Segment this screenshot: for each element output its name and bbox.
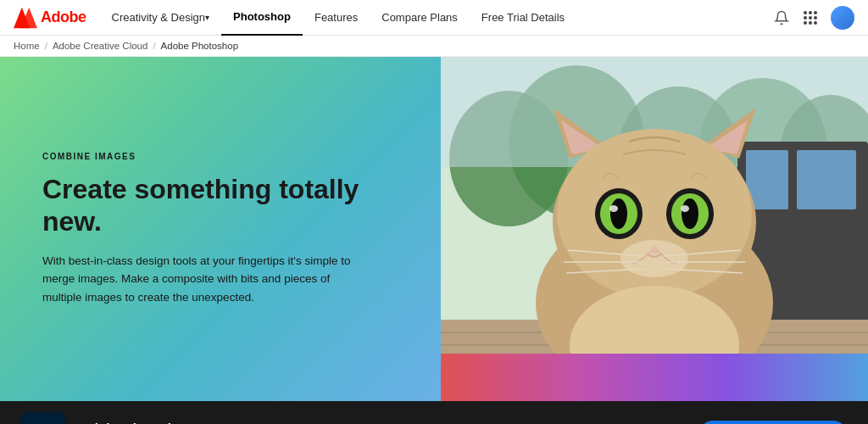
hero-description: With best-in-class design tools at your … bbox=[42, 252, 364, 307]
bottom-bar: Ps Adobe Photoshop Create gorgeous image… bbox=[0, 401, 868, 424]
breadcrumb-creative-cloud[interactable]: Adobe Creative Cloud bbox=[53, 41, 148, 51]
bottom-info: Adobe Photoshop Create gorgeous images, … bbox=[81, 421, 683, 425]
breadcrumb-home[interactable]: Home bbox=[14, 41, 40, 51]
hero-section: COMBINE IMAGES Create something totally … bbox=[0, 57, 868, 401]
bottom-product-title: Adobe Photoshop bbox=[81, 421, 683, 425]
cta-button[interactable]: Get Photoshop (beta) bbox=[698, 421, 848, 425]
adobe-logo-icon bbox=[14, 6, 37, 30]
adobe-wordmark: Adobe bbox=[41, 8, 86, 26]
hero-image bbox=[441, 57, 868, 401]
svg-rect-11 bbox=[797, 150, 856, 209]
nav-link-creativity[interactable]: Creativity & Design bbox=[100, 0, 222, 36]
user-avatar[interactable] bbox=[831, 6, 854, 30]
cat-illustration bbox=[441, 57, 868, 401]
svg-point-31 bbox=[609, 205, 618, 212]
hero-right-panel bbox=[441, 57, 868, 401]
ps-icon-box: Ps bbox=[20, 412, 66, 424]
svg-point-29 bbox=[610, 198, 627, 229]
nav-right bbox=[773, 6, 854, 30]
breadcrumb-sep-2: / bbox=[153, 41, 155, 51]
svg-point-32 bbox=[681, 205, 689, 212]
hero-title: Create something totally new. bbox=[42, 173, 398, 238]
nav-link-features[interactable]: Features bbox=[303, 0, 370, 36]
nav-link-photoshop[interactable]: Photoshop bbox=[221, 0, 303, 36]
adobe-logo-group[interactable]: Adobe bbox=[14, 6, 86, 30]
breadcrumb-current: Adobe Photoshop bbox=[161, 41, 238, 51]
breadcrumb: Home / Adobe Creative Cloud / Adobe Phot… bbox=[0, 36, 868, 57]
svg-point-30 bbox=[682, 198, 698, 229]
breadcrumb-sep-1: / bbox=[45, 41, 47, 51]
nav-link-trial[interactable]: Free Trial Details bbox=[470, 0, 576, 36]
hero-tag: COMBINE IMAGES bbox=[42, 152, 398, 161]
svg-point-40 bbox=[620, 240, 688, 277]
nav-link-compare[interactable]: Compare Plans bbox=[370, 0, 470, 36]
navigation: Adobe Creativity & Design Photoshop Feat… bbox=[0, 0, 868, 36]
hero-left-panel: COMBINE IMAGES Create something totally … bbox=[0, 57, 441, 401]
notification-icon[interactable] bbox=[773, 9, 790, 26]
frame-bottom bbox=[441, 354, 868, 401]
nav-links: Creativity & Design Photoshop Features C… bbox=[100, 0, 774, 36]
apps-grid-icon[interactable] bbox=[802, 9, 819, 26]
